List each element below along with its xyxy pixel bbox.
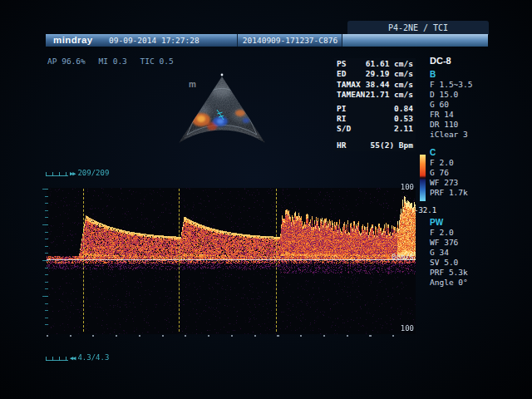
- param-readout: SV 5.0: [420, 258, 495, 268]
- measurement-label: PI: [337, 104, 346, 114]
- sidebar-section-b: BF 1.5~3.5D 15.0G 60FR 14DR 110iClear 3: [420, 70, 495, 140]
- tic-readout: TIC 0.5: [140, 57, 174, 66]
- loop-counter-value: 209/209: [77, 169, 109, 177]
- measurement-row: RI0.53: [337, 114, 413, 124]
- measurement-label: TAMAX: [337, 80, 361, 90]
- doppler-caliper-2[interactable]: [179, 189, 180, 332]
- top-bar-divider: [237, 34, 238, 47]
- param-readout: Angle 0°: [420, 278, 495, 288]
- velocity-scale-bottom: 100: [392, 324, 414, 332]
- measurement-value: 2.11: [394, 124, 413, 134]
- measurement-value: 55(2) Bpm: [371, 140, 413, 150]
- loop-ruler: [46, 172, 68, 176]
- measurement-label: S/D: [337, 124, 351, 134]
- measurement-label: ED: [337, 69, 346, 79]
- sweep-ruler: [46, 357, 68, 361]
- control-sidebar: DC-8 BF 1.5~3.5D 15.0G 60FR 14DR 110iCle…: [420, 55, 495, 296]
- section-label: C: [420, 148, 495, 158]
- measurement-label: HR: [337, 140, 346, 150]
- param-readout: PRF 5.3k: [420, 268, 495, 278]
- measurement-row: TAMAX38.44 cm/s: [337, 80, 413, 90]
- probe-label: P4-2NE / TCI: [388, 23, 448, 32]
- measurement-panel: PS61.61 cm/sED29.19 cm/sTAMAX38.44 cm/sT…: [334, 58, 416, 151]
- sidebar-section-pw: PWF 2.0WF 376G 34SV 5.0PRF 5.3kAngle 0°: [420, 218, 495, 288]
- param-readout: G 76: [420, 168, 495, 178]
- param-readout: F 1.5~3.5: [420, 80, 495, 90]
- velocity-ticks-major: [42, 189, 48, 332]
- ultrasound-screen: P4-2NE / TCI mindray 09-09-2014 17:27:28…: [0, 0, 532, 399]
- doppler-caliper-1[interactable]: [83, 189, 84, 332]
- exam-id: 20140909-171237-C876: [239, 34, 342, 47]
- velocity-scale-zero: 0cm/s: [384, 253, 414, 261]
- measurement-row: ED29.19 cm/s: [337, 69, 413, 79]
- apex-marker: [221, 74, 224, 76]
- sweep-counter-value: 4.3/4.3: [77, 353, 109, 362]
- param-readout: DR 110: [420, 120, 495, 130]
- measurement-value: 0.53: [394, 114, 413, 124]
- brand-logo: mindray: [53, 34, 93, 47]
- param-readout: PRF 1.7k: [420, 188, 495, 198]
- measurement-row: S/D2.11: [337, 124, 413, 134]
- section-label: PW: [420, 218, 495, 228]
- sidebar-sections: BF 1.5~3.5D 15.0G 60FR 14DR 110iClear 3C…: [420, 70, 495, 288]
- param-readout: WF 273: [420, 178, 495, 188]
- param-readout: F 2.0: [420, 228, 495, 238]
- cine-forward-icon: ▶▶: [70, 170, 75, 177]
- measurement-label: TAMEAN: [337, 90, 365, 100]
- mi-readout: MI 0.3: [99, 57, 127, 66]
- measurement-label: RI: [337, 114, 346, 124]
- param-readout: FR 14: [420, 110, 495, 120]
- param-readout: F 2.0: [420, 158, 495, 168]
- cine-back-icon: ◀◀: [70, 355, 75, 362]
- param-readout: G 60: [420, 100, 495, 110]
- cine-loop-counter: ▶▶209/209: [70, 169, 109, 177]
- top-bar: mindray 09-09-2014 17:27:28 20140909-171…: [46, 34, 488, 47]
- machine-model: DC-8: [420, 55, 495, 66]
- ap-readout: AP 96.6%: [47, 57, 86, 66]
- sidebar-section-c: CF 2.0G 76WF 273PRF 1.7k: [420, 148, 495, 198]
- b-mode-sector-image: m: [162, 70, 283, 157]
- time-ruler: [47, 335, 416, 337]
- measurement-value: 61.61 cm/s: [366, 59, 413, 69]
- color-scale-bar: [420, 155, 426, 201]
- measurement-label: PS: [337, 59, 346, 69]
- top-bar-highlight: [342, 34, 488, 47]
- speckle-texture: [162, 70, 283, 157]
- velocity-scale-top: 100: [392, 183, 414, 191]
- probe-tab: P4-2NE / TCI: [347, 21, 489, 35]
- acoustic-status: AP 96.6% MI 0.3 TIC 0.5: [47, 57, 182, 66]
- orientation-marker: m: [189, 80, 196, 89]
- measurement-value: 0.84: [394, 104, 413, 114]
- measurement-row: PI0.84: [337, 104, 413, 114]
- top-bar-divider: [342, 34, 342, 47]
- param-readout: WF 376: [420, 238, 495, 248]
- color-scale-value: -32.1: [414, 206, 436, 214]
- measurement-row: TAMEAN21.71 cm/s: [337, 90, 413, 100]
- measurement-value: 21.71 cm/s: [366, 90, 413, 100]
- measurement-value: 29.19 cm/s: [366, 69, 413, 79]
- measurement-value: 38.44 cm/s: [366, 80, 413, 90]
- param-readout: G 34: [420, 248, 495, 258]
- doppler-caliper-3[interactable]: [276, 189, 277, 332]
- spectral-canvas: [47, 188, 416, 334]
- param-readout: iClear 3: [420, 130, 495, 140]
- velocity-ruler: [42, 189, 48, 332]
- datetime-readout: 09-09-2014 17:27:28: [109, 34, 200, 47]
- section-label: B: [420, 70, 495, 80]
- measurement-row: PS61.61 cm/s: [337, 59, 413, 69]
- measurement-row: HR55(2) Bpm: [337, 140, 413, 150]
- param-readout: D 15.0: [420, 90, 495, 100]
- sweep-counter: ◀◀4.3/4.3: [70, 353, 109, 362]
